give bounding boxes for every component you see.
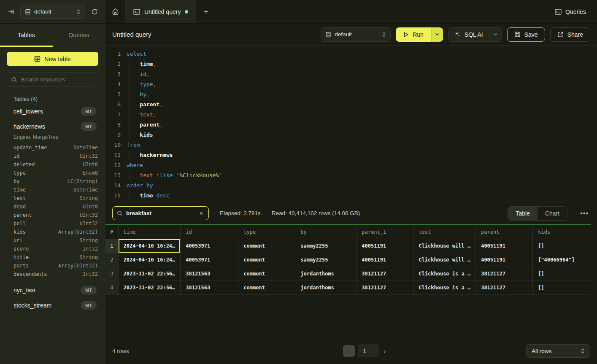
code-text: time, [127, 59, 156, 69]
table-cell[interactable]: [] [533, 239, 591, 253]
code-line-7[interactable]: 7 text, [105, 110, 597, 120]
page-size-selector[interactable]: All rows [526, 344, 590, 358]
table-cell[interactable]: 38121127 [476, 267, 533, 280]
table-cell[interactable]: comment [238, 280, 295, 294]
code-line-13[interactable]: 13 text ilike '%ClickHouse%' [105, 170, 597, 181]
code-line-2[interactable]: 2 time, [105, 59, 597, 69]
sql-editor[interactable]: 1select2 time,3 id,4 type,5 by,6 parent,… [105, 46, 597, 202]
new-tab-button[interactable]: + [196, 0, 216, 23]
table-cell[interactable]: 40053971 [181, 239, 238, 253]
table-cell[interactable]: sammy2255 [295, 239, 357, 253]
row-number[interactable]: 4 [105, 280, 118, 294]
table-cell[interactable]: 38121127 [476, 280, 533, 294]
save-button-label: Save [524, 31, 538, 38]
code-line-12[interactable]: 12where [105, 160, 597, 170]
table-cell[interactable]: 38121127 [357, 280, 413, 294]
collapse-sidebar-icon[interactable] [6, 7, 16, 17]
prev-page-button[interactable]: ‹ [343, 345, 355, 357]
column-type: Array(UInt32) [58, 229, 98, 235]
table-cell[interactable]: 40051191 [357, 239, 413, 253]
table-cell[interactable]: Clickhouse is a … [413, 267, 476, 280]
column-name: title [14, 254, 29, 260]
new-table-button[interactable]: New table [7, 52, 98, 66]
table-cell[interactable]: Clickhouse is a … [413, 280, 476, 294]
next-page-button[interactable]: › [381, 348, 389, 355]
table-cell[interactable]: 2023-11-02 22:56… [118, 267, 181, 280]
sidebar-table-stocks_stream[interactable]: stocks_streamMT [7, 298, 98, 313]
column-header-parent[interactable]: parent [476, 225, 533, 239]
table-cell[interactable]: 2024-04-16 16:24… [118, 239, 181, 253]
row-number[interactable]: 2 [105, 253, 118, 267]
table-cell[interactable]: comment [238, 267, 295, 280]
page-number-input[interactable]: 1 [358, 345, 378, 357]
code-line-5[interactable]: 5 by, [105, 89, 597, 100]
column-name: kids [14, 229, 26, 235]
code-line-4[interactable]: 4 type, [105, 79, 597, 89]
table-cell[interactable]: 2024-04-16 16:24… [118, 253, 181, 267]
row-number[interactable]: 1 [105, 239, 118, 253]
code-line-1[interactable]: 1select [105, 49, 597, 59]
code-line-15[interactable]: 15 time desc [105, 191, 597, 201]
results-search-input[interactable] [126, 210, 195, 216]
refresh-icon[interactable] [89, 7, 100, 17]
sidebar-search-input[interactable] [21, 76, 95, 83]
column-header-kids[interactable]: kids [533, 225, 591, 239]
table-cell[interactable]: Clickhouse will … [413, 239, 476, 253]
table-cell[interactable]: comment [238, 239, 295, 253]
sidebar-table-nyc_taxi[interactable]: nyc_taxiMT [7, 283, 98, 298]
table-cell[interactable]: [] [533, 280, 591, 294]
database-selector[interactable]: default [20, 5, 85, 19]
row-number[interactable]: 3 [105, 267, 118, 280]
table-cell[interactable]: comment [238, 253, 295, 267]
table-cell[interactable]: 40051191 [476, 253, 533, 267]
table-cell[interactable]: jordanthoms [295, 267, 357, 280]
column-header-parent_1[interactable]: parent_1 [357, 225, 413, 239]
table-cell[interactable]: 38121563 [181, 267, 238, 280]
sidebar-tab-tables[interactable]: Tables [0, 24, 53, 46]
column-header-by[interactable]: by [295, 225, 357, 239]
table-cell[interactable]: 40053971 [181, 253, 238, 267]
column-header-text[interactable]: text [413, 225, 476, 239]
share-button[interactable]: Share [550, 27, 590, 42]
code-line-6[interactable]: 6 parent, [105, 100, 597, 110]
code-line-8[interactable]: 8 parent, [105, 120, 597, 130]
save-button[interactable]: Save [507, 27, 545, 42]
column-name: time [14, 187, 26, 193]
table-cell[interactable]: ["40066964"] [533, 253, 591, 267]
clear-search-icon[interactable]: ✕ [198, 210, 204, 216]
sidebar-table-hackernews[interactable]: hackernewsMT [7, 119, 98, 134]
sidebar-tab-queries[interactable]: Queries [53, 24, 105, 46]
column-header-id[interactable]: id [181, 225, 238, 239]
table-cell[interactable]: 38121563 [181, 280, 238, 294]
more-options-icon[interactable]: ••• [578, 210, 590, 217]
home-button[interactable] [105, 0, 126, 23]
column-header-time[interactable]: time [118, 225, 181, 239]
column-type: LC(String) [68, 178, 98, 184]
queries-button[interactable]: Queries [544, 0, 597, 23]
query-database-selector[interactable]: default [321, 27, 391, 42]
code-line-3[interactable]: 3 id, [105, 69, 597, 79]
run-button[interactable]: Run [396, 27, 431, 42]
table-cell[interactable]: 2023-11-02 22:56… [118, 280, 181, 294]
table-cell[interactable]: jordanthoms [295, 280, 357, 294]
table-cell[interactable]: [] [533, 267, 591, 280]
table-cell[interactable]: Clickhouse will … [413, 253, 476, 267]
sql-ai-button[interactable]: SQL AI [448, 28, 489, 41]
table-cell[interactable]: 40051191 [357, 253, 413, 267]
column-name: id [14, 153, 19, 159]
column-header-#[interactable]: # [105, 225, 118, 239]
tab-untitled-query[interactable]: Untitled query [126, 0, 196, 23]
code-line-10[interactable]: 10from [105, 140, 597, 150]
sql-ai-options-button[interactable] [489, 28, 502, 41]
sidebar-table-cell_towers[interactable]: cell_towersMT [7, 104, 98, 119]
run-options-button[interactable] [431, 27, 443, 42]
view-toggle-chart[interactable]: Chart [538, 207, 567, 220]
table-cell[interactable]: sammy2255 [295, 253, 357, 267]
code-line-11[interactable]: 11 hackernews [105, 150, 597, 160]
code-line-9[interactable]: 9 kids [105, 130, 597, 140]
table-cell[interactable]: 40051191 [476, 239, 533, 253]
table-cell[interactable]: 38121127 [357, 267, 413, 280]
column-header-type[interactable]: type [238, 225, 295, 239]
view-toggle-table[interactable]: Table [508, 207, 537, 220]
code-line-14[interactable]: 14order by [105, 181, 597, 191]
